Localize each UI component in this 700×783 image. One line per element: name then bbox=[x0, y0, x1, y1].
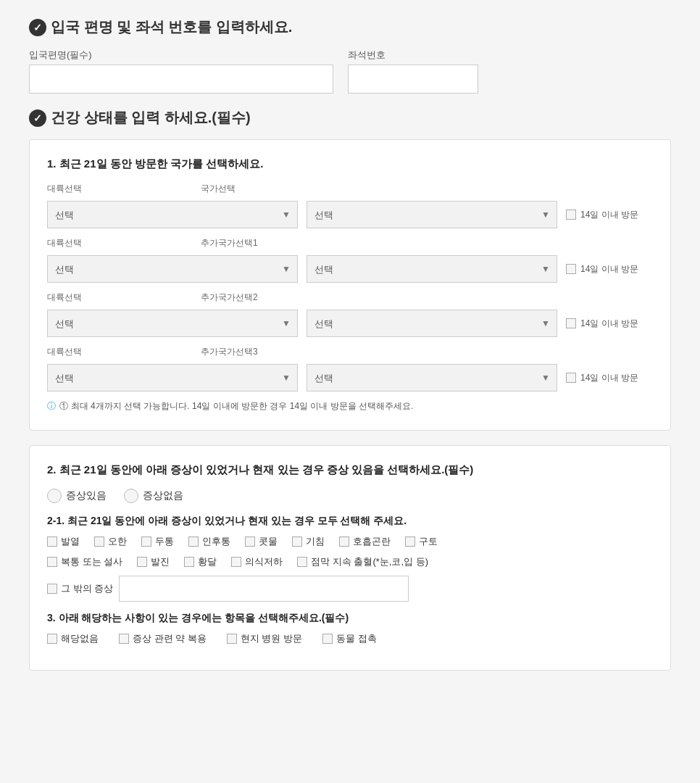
country-select-0[interactable]: 선택 bbox=[307, 201, 557, 228]
checkbox-other[interactable] bbox=[47, 584, 57, 594]
country-label-3: 추가국가선택3 bbox=[201, 346, 505, 358]
symptom-jaundice[interactable]: 황달 bbox=[184, 555, 217, 568]
seat-input[interactable] bbox=[348, 65, 478, 94]
continent-select-0[interactable]: 선택 bbox=[47, 201, 298, 228]
label-dyspnea: 호흡곤란 bbox=[353, 535, 391, 548]
continent-select-wrapper-1: 선택 ▼ bbox=[47, 255, 298, 283]
symptom-cough[interactable]: 기침 bbox=[292, 535, 325, 548]
seat-field: 좌석번호 bbox=[348, 49, 478, 94]
continent-label-0: 대륙선택 bbox=[47, 183, 192, 195]
symptom-consciousness[interactable]: 의식저하 bbox=[231, 555, 283, 568]
symptom-headache[interactable]: 두통 bbox=[141, 535, 174, 548]
checkbox-cough[interactable] bbox=[292, 536, 302, 547]
checkbox-runny[interactable] bbox=[245, 536, 255, 547]
label-fever: 발열 bbox=[61, 535, 80, 548]
label-none: 해당없음 bbox=[61, 632, 99, 645]
symptom-checkbox-group2: 복통 또는 설사 발진 황달 의식저하 점막 지속 출혈(*눈,코,입 등) bbox=[47, 555, 653, 568]
country-select-3[interactable]: 선택 bbox=[307, 364, 557, 392]
symptom-dyspnea[interactable]: 호흡곤란 bbox=[339, 535, 391, 548]
item-hospital[interactable]: 현지 병원 방문 bbox=[227, 632, 302, 645]
visit-checkbox-2[interactable] bbox=[566, 318, 576, 328]
continent-select-1[interactable]: 선택 bbox=[47, 255, 298, 283]
symptom-diarrhea[interactable]: 복통 또는 설사 bbox=[47, 555, 122, 568]
section1-header: ✓ 입국 편명 및 좌석 번호를 입력하세요. bbox=[29, 17, 671, 37]
continent-label-3: 대륙선택 bbox=[47, 346, 192, 358]
label-animal: 동물 접촉 bbox=[336, 632, 377, 645]
item-animal[interactable]: 동물 접촉 bbox=[322, 632, 377, 645]
symptom-rash[interactable]: 발진 bbox=[137, 555, 170, 568]
other-symptom-checkbox-item[interactable]: 그 밖의 증상 bbox=[47, 582, 113, 595]
visit-label-2: 14일 이내 방문 bbox=[580, 318, 638, 330]
checkbox-diarrhea[interactable] bbox=[47, 557, 57, 567]
checkbox-bleeding[interactable] bbox=[297, 557, 307, 567]
visit-checkbox-3[interactable] bbox=[566, 373, 576, 383]
symptom-chills[interactable]: 오한 bbox=[94, 535, 127, 548]
other-symptom-input[interactable] bbox=[119, 576, 409, 602]
symptom-vomit[interactable]: 구토 bbox=[405, 535, 438, 548]
subtitle-3: 3. 아래 해당하는 사항이 있는 경우에는 항목을 선택해주세요.(필수) bbox=[47, 612, 653, 625]
checkbox-consciousness[interactable] bbox=[231, 557, 241, 567]
continent-select-wrapper-2: 선택 ▼ bbox=[47, 310, 298, 337]
checkbox-fever[interactable] bbox=[47, 536, 57, 547]
continent-select-wrapper-3: 선택 ▼ bbox=[47, 364, 298, 392]
seat-label: 좌석번호 bbox=[348, 49, 478, 62]
checkbox-rash[interactable] bbox=[137, 557, 147, 567]
checkbox-chills[interactable] bbox=[94, 536, 104, 547]
country-row-3: 선택 ▼ 선택 ▼ 14일 이내 방문 bbox=[47, 364, 653, 392]
visit-label-0: 14일 이내 방문 bbox=[580, 209, 638, 221]
radio-circle-yes[interactable] bbox=[47, 489, 62, 503]
symptom-radio-group: 증상있음 증상없음 bbox=[47, 489, 653, 503]
item-medicine[interactable]: 증상 관련 약 복용 bbox=[119, 632, 207, 645]
subtitle-2-1: 2-1. 최근 21일 동안에 아래 증상이 있었거나 현재 있는 경우 모두 … bbox=[47, 515, 653, 528]
country-label-0: 국가선택 bbox=[201, 183, 505, 195]
label-bleeding: 점막 지속 출혈(*눈,코,입 등) bbox=[311, 555, 428, 568]
check-icon-2: ✓ bbox=[29, 109, 46, 127]
item-none[interactable]: 해당없음 bbox=[47, 632, 99, 645]
label-medicine: 증상 관련 약 복용 bbox=[133, 632, 207, 645]
section2-header: ✓ 건강 상태를 입력 하세요.(필수) bbox=[29, 108, 671, 128]
country-row-1: 선택 ▼ 선택 ▼ 14일 이내 방문 bbox=[47, 255, 653, 283]
checkbox-animal[interactable] bbox=[322, 634, 333, 644]
radio-no[interactable]: 증상없음 bbox=[124, 489, 183, 503]
country-select-wrapper-0: 선택 ▼ bbox=[307, 201, 557, 228]
checkbox-medicine[interactable] bbox=[119, 634, 129, 644]
card2-subtitle: 2. 최근 21일 동안에 아래 증상이 있었거나 현재 있는 경우 증상 있음… bbox=[47, 463, 653, 477]
checkbox-dyspnea[interactable] bbox=[339, 536, 349, 547]
visit-checkbox-0[interactable] bbox=[566, 210, 576, 220]
checkbox-sorethroat[interactable] bbox=[188, 536, 199, 547]
label-consciousness: 의식저하 bbox=[245, 555, 283, 568]
label-chills: 오한 bbox=[108, 535, 127, 548]
country-row-2: 선택 ▼ 선택 ▼ 14일 이내 방문 bbox=[47, 310, 653, 337]
symptom-sorethroat[interactable]: 인후통 bbox=[188, 535, 230, 548]
visit-group-0: 14일 이내 방문 bbox=[566, 209, 653, 221]
checkbox-hospital[interactable] bbox=[227, 634, 237, 644]
checkbox-vomit[interactable] bbox=[405, 536, 415, 547]
flight-input[interactable] bbox=[29, 65, 333, 94]
checkbox-none[interactable] bbox=[47, 634, 57, 644]
label-vomit: 구토 bbox=[419, 535, 438, 548]
checkbox-headache[interactable] bbox=[141, 536, 151, 547]
visit-label-1: 14일 이내 방문 bbox=[580, 263, 638, 276]
card-symptoms: 2. 최근 21일 동안에 아래 증상이 있었거나 현재 있는 경우 증상 있음… bbox=[29, 445, 671, 671]
radio-circle-no[interactable] bbox=[124, 489, 138, 503]
continent-select-3[interactable]: 선택 bbox=[47, 364, 298, 392]
country-select-wrapper-2: 선택 ▼ bbox=[307, 310, 557, 337]
continent-label-2: 대륙선택 bbox=[47, 291, 192, 304]
label-runny: 콧물 bbox=[259, 535, 278, 548]
symptom-bleeding[interactable]: 점막 지속 출혈(*눈,코,입 등) bbox=[297, 555, 428, 568]
symptom-runny[interactable]: 콧물 bbox=[245, 535, 278, 548]
symptom-fever[interactable]: 발열 bbox=[47, 535, 80, 548]
country-info-text: ⓘ ① 최대 4개까지 선택 가능합니다. 14일 이내에 방문한 경우 14일… bbox=[47, 400, 653, 413]
radio-yes[interactable]: 증상있음 bbox=[47, 489, 107, 503]
country-select-2[interactable]: 선택 bbox=[307, 310, 557, 337]
flight-field: 입국편명(필수) bbox=[29, 49, 333, 94]
checkbox-jaundice[interactable] bbox=[184, 557, 194, 567]
country-select-1[interactable]: 선택 bbox=[307, 255, 557, 283]
label-other: 그 밖의 증상 bbox=[61, 582, 113, 595]
visit-checkbox-1[interactable] bbox=[566, 264, 576, 274]
continent-label-1: 대륙선택 bbox=[47, 237, 192, 249]
continent-select-2[interactable]: 선택 bbox=[47, 310, 298, 337]
label-hospital: 현지 병원 방문 bbox=[241, 632, 302, 645]
visit-group-2: 14일 이내 방문 bbox=[566, 318, 653, 330]
radio-no-label: 증상없음 bbox=[143, 489, 183, 502]
